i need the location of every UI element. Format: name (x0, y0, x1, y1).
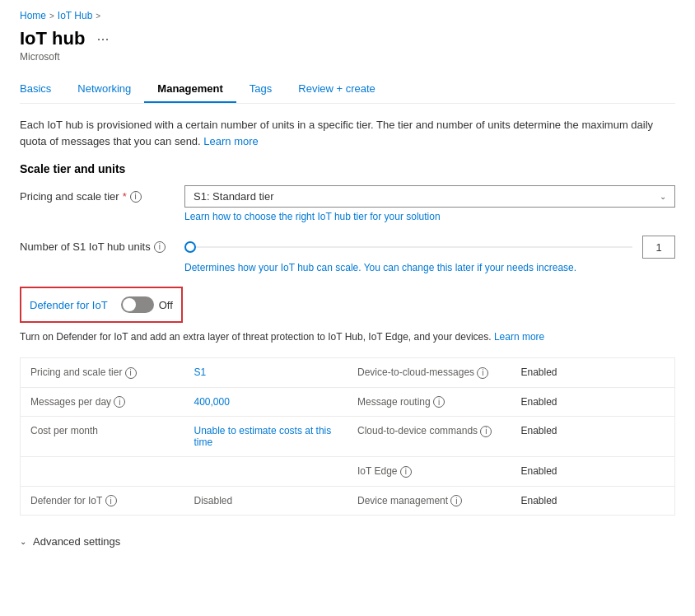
summary-row-2: Messages per day i 400,000 Message routi… (21, 388, 674, 418)
tab-tags[interactable]: Tags (236, 76, 285, 103)
breadcrumb-chevron-1: > (49, 12, 54, 21)
summary-label-d2c: Device-to-cloud-messages i (348, 358, 511, 388)
breadcrumb-chevron-2: > (96, 12, 100, 21)
breadcrumb-home[interactable]: Home (20, 10, 46, 21)
slider-container (184, 246, 632, 248)
summary-defender-info-icon[interactable]: i (105, 495, 117, 506)
summary-label-defender: Defender for IoT i (21, 487, 184, 516)
toggle-thumb (123, 298, 136, 311)
pricing-tier-label: Pricing and scale tier * i (20, 185, 184, 203)
breadcrumb: Home > IoT Hub > (20, 10, 675, 21)
summary-messages-info-icon[interactable]: i (114, 396, 125, 408)
summary-label-empty1 (21, 457, 184, 487)
defender-toggle-row: Defender for IoT Off (20, 287, 183, 323)
tab-bar: Basics Networking Management Tags Review… (20, 76, 675, 104)
summary-value-iotedge: Enabled (511, 457, 675, 487)
summary-label-messages: Messages per day i (21, 388, 184, 418)
tab-basics[interactable]: Basics (20, 76, 64, 103)
ellipsis-button[interactable]: ··· (91, 29, 114, 49)
summary-routing-info-icon[interactable]: i (433, 396, 445, 408)
summary-iotedge-info-icon[interactable]: i (400, 466, 412, 478)
slider-row: 1 (184, 236, 675, 259)
summary-value-cost: Unable to estimate costs at this time (184, 417, 348, 457)
units-slider[interactable] (184, 246, 632, 248)
advanced-settings-row[interactable]: ⌄ Advanced settings (20, 532, 675, 548)
units-value-box: 1 (642, 236, 675, 259)
scale-section-heading: Scale tier and units (20, 162, 675, 175)
pricing-tier-select[interactable]: S1: Standard tier ⌄ (184, 185, 675, 208)
learn-more-link[interactable]: Learn more (203, 135, 258, 147)
summary-value-pricing: S1 (184, 358, 348, 388)
pricing-tier-control: S1: Standard tier ⌄ Learn how to choose … (184, 185, 675, 222)
summary-label-iotedge: IoT Edge i (348, 457, 511, 487)
tab-management[interactable]: Management (144, 76, 236, 103)
summary-label-routing: Message routing i (348, 388, 511, 418)
units-label: Number of S1 IoT hub units i (20, 236, 184, 253)
toggle-container: Off (121, 296, 173, 313)
page-subtitle: Microsoft (20, 51, 675, 63)
summary-value-d2c: Enabled (511, 358, 675, 388)
units-row: Number of S1 IoT hub units i 1 Determine… (20, 236, 675, 273)
advanced-label: Advanced settings (33, 535, 120, 548)
defender-toggle[interactable] (121, 296, 154, 313)
breadcrumb-iothub[interactable]: IoT Hub (58, 10, 92, 21)
defender-learn-more-link[interactable]: Learn more (494, 331, 544, 343)
summary-value-devmgmt: Enabled (511, 487, 675, 516)
summary-table: Pricing and scale tier i S1 Device-to-cl… (20, 357, 675, 516)
select-chevron-icon: ⌄ (660, 192, 666, 201)
summary-label-cost: Cost per month (21, 417, 184, 457)
summary-c2d-info-icon[interactable]: i (480, 426, 492, 437)
toggle-state-label: Off (159, 299, 173, 311)
required-marker: * (123, 190, 127, 203)
pricing-info-icon[interactable]: i (130, 191, 142, 203)
tab-review-create[interactable]: Review + create (285, 76, 389, 103)
title-area: IoT hub ··· (20, 28, 675, 49)
defender-label: Defender for IoT (30, 299, 108, 311)
summary-d2c-info-icon[interactable]: i (477, 367, 488, 379)
page-title: IoT hub (20, 28, 85, 49)
summary-row-1: Pricing and scale tier i S1 Device-to-cl… (21, 358, 674, 388)
summary-value-empty1 (184, 457, 348, 487)
summary-label-c2d: Cloud-to-device commands i (348, 417, 511, 457)
advanced-chevron-icon: ⌄ (20, 537, 26, 546)
summary-value-messages: 400,000 (184, 388, 348, 418)
units-control: 1 Determines how your IoT hub can scale.… (184, 236, 675, 273)
summary-value-c2d: Enabled (511, 417, 675, 457)
summary-row-3: Cost per month Unable to estimate costs … (21, 417, 674, 457)
learn-tier-link[interactable]: Learn how to choose the right IoT hub ti… (184, 211, 675, 222)
units-info-icon[interactable]: i (154, 241, 166, 253)
summary-devmgmt-info-icon[interactable]: i (450, 495, 462, 506)
summary-row-5: Defender for IoT i Disabled Device manag… (21, 487, 674, 516)
summary-value-defender: Disabled (184, 487, 348, 516)
summary-pricing-info-icon[interactable]: i (125, 367, 137, 379)
summary-label-pricing: Pricing and scale tier i (21, 358, 184, 388)
defender-hint: Turn on Defender for IoT and add an extr… (20, 329, 675, 344)
summary-label-devmgmt: Device management i (348, 487, 511, 516)
summary-value-routing: Enabled (511, 388, 675, 418)
page-description: Each IoT hub is provisioned with a certa… (20, 117, 675, 149)
tab-networking[interactable]: Networking (64, 76, 144, 103)
pricing-tier-row: Pricing and scale tier * i S1: Standard … (20, 185, 675, 222)
summary-row-4: IoT Edge i Enabled (21, 457, 674, 487)
slider-hint: Determines how your IoT hub can scale. Y… (184, 262, 675, 273)
